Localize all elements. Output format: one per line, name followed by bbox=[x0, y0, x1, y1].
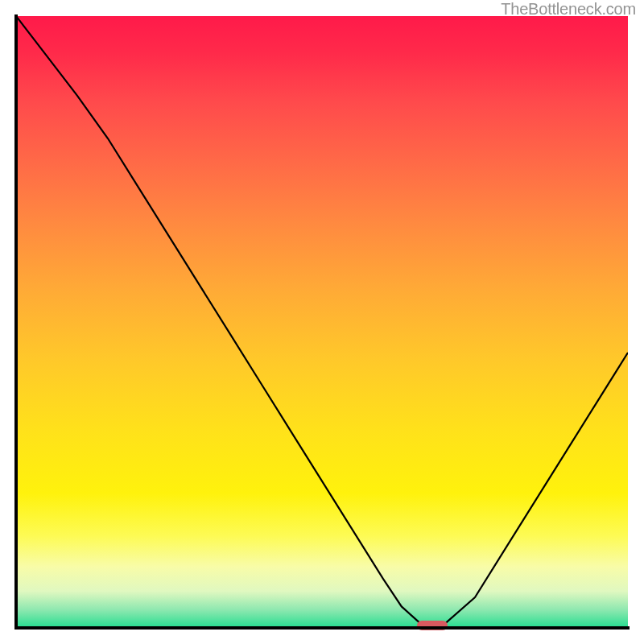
x-axis bbox=[14, 626, 630, 630]
y-axis bbox=[14, 14, 18, 630]
bottleneck-curve bbox=[16, 16, 628, 625]
watermark-text: TheBottleneck.com bbox=[501, 0, 636, 19]
plot-area bbox=[16, 16, 628, 628]
curve-layer bbox=[16, 16, 628, 628]
bottleneck-chart: TheBottleneck.com bbox=[0, 0, 644, 644]
